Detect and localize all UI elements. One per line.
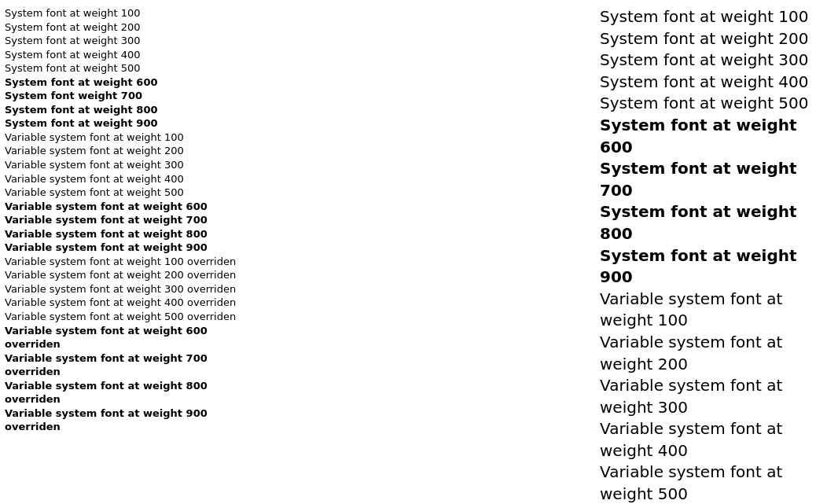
- right-text-item-0: System font at weight 100: [600, 6, 833, 28]
- left-text-item-26: Variable system font at weight 900 overr…: [5, 407, 238, 434]
- right-column: System font at weight 100System font at …: [238, 6, 833, 504]
- main-container: System font at weight 100System font at …: [0, 0, 838, 504]
- right-text-item-6: System font at weight 700: [600, 158, 833, 201]
- right-text-item-9: Variable system font at weight 100: [600, 289, 833, 332]
- left-text-item-15: Variable system font at weight 700: [5, 213, 238, 227]
- left-text-item-20: Variable system font at weight 300 overr…: [5, 282, 238, 296]
- right-text-item-2: System font at weight 300: [600, 50, 833, 72]
- left-text-item-11: Variable system font at weight 300: [5, 158, 238, 172]
- left-text-item-17: Variable system font at weight 900: [5, 241, 238, 255]
- right-text-item-13: Variable system font at weight 500: [600, 462, 833, 504]
- left-text-item-21: Variable system font at weight 400 overr…: [5, 296, 238, 310]
- left-text-item-13: Variable system font at weight 500: [5, 186, 238, 200]
- left-text-item-14: Variable system font at weight 600: [5, 200, 238, 214]
- right-text-item-12: Variable system font at weight 400: [600, 418, 833, 462]
- left-text-item-4: System font at weight 500: [5, 61, 238, 75]
- right-text-item-3: System font at weight 400: [600, 72, 833, 94]
- left-text-item-0: System font at weight 100: [5, 6, 238, 20]
- right-text-item-8: System font at weight 900: [600, 245, 833, 289]
- left-text-item-12: Variable system font at weight 400: [5, 172, 238, 186]
- left-text-item-8: System font at weight 900: [5, 116, 238, 131]
- left-text-item-16: Variable system font at weight 800: [5, 227, 238, 241]
- right-text-item-7: System font at weight 800: [600, 201, 833, 245]
- right-text-item-4: System font at weight 500: [600, 93, 833, 115]
- left-text-item-5: System font at weight 600: [5, 75, 238, 90]
- right-text-item-11: Variable system font at weight 300: [600, 375, 833, 418]
- left-text-item-7: System font at weight 800: [5, 103, 238, 117]
- left-text-item-10: Variable system font at weight 200: [5, 144, 238, 158]
- left-text-item-19: Variable system font at weight 200 overr…: [5, 268, 238, 282]
- right-text-item-5: System font at weight 600: [600, 115, 833, 158]
- left-text-item-18: Variable system font at weight 100 overr…: [5, 255, 238, 269]
- left-text-item-23: Variable system font at weight 600 overr…: [5, 324, 238, 351]
- left-text-item-25: Variable system font at weight 800 overr…: [5, 379, 238, 407]
- left-text-item-3: System font at weight 400: [5, 48, 238, 62]
- left-text-item-9: Variable system font at weight 100: [5, 131, 238, 145]
- right-text-item-10: Variable system font at weight 200: [600, 332, 833, 375]
- left-column: System font at weight 100System font at …: [5, 6, 238, 504]
- left-text-item-22: Variable system font at weight 500 overr…: [5, 310, 238, 324]
- right-text-item-1: System font at weight 200: [600, 28, 833, 50]
- left-text-item-2: System font at weight 300: [5, 34, 238, 48]
- left-text-item-1: System font at weight 200: [5, 20, 238, 35]
- left-text-item-24: Variable system font at weight 700 overr…: [5, 351, 238, 379]
- left-text-item-6: System font weight 700: [5, 89, 238, 103]
